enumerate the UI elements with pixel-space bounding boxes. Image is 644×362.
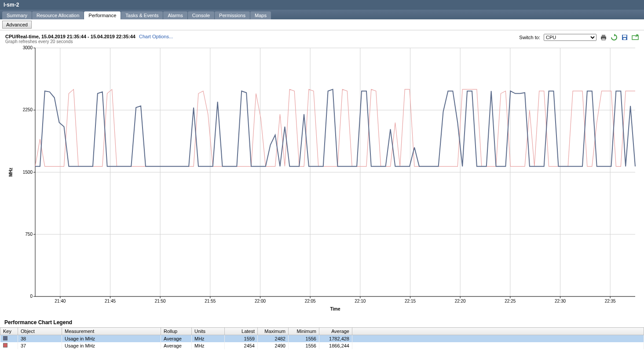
tab-permissions[interactable]: Permissions [215,11,250,19]
save-icon[interactable] [621,34,628,41]
svg-text:3000: 3000 [23,46,33,50]
svg-rect-5 [623,38,626,40]
legend-col-measurement[interactable]: Measurement [62,328,161,335]
svg-text:750: 750 [25,232,33,237]
svg-text:21:40: 21:40 [55,299,66,303]
tab-bar: SummaryResource AllocationPerformanceTas… [0,10,644,19]
svg-rect-4 [623,35,626,37]
tab-maps[interactable]: Maps [250,11,271,19]
svg-text:22:15: 22:15 [405,299,416,303]
legend-color-swatch [3,343,7,347]
chart-header: CPU/Real-time, 15.04.2019 21:35:44 - 15.… [0,30,644,46]
switch-label: Switch to: [519,35,540,40]
svg-text:22:05: 22:05 [305,299,316,303]
svg-text:22:10: 22:10 [355,299,366,303]
window-title: l-sm-2 [0,0,644,10]
tab-performance[interactable]: Performance [84,11,121,19]
print-icon[interactable] [600,34,607,41]
legend-col-key[interactable]: Key [0,328,18,335]
svg-rect-2 [602,38,605,40]
sub-toolbar: Advanced [0,19,644,30]
svg-text:21:50: 21:50 [155,299,166,303]
svg-text:Time: Time [330,307,340,311]
legend-row[interactable]: 38Usage in MHzAverageMHz1559248215561782… [0,335,644,343]
svg-text:MHz: MHz [8,168,13,177]
export-icon[interactable] [632,34,639,41]
tab-tasks-events[interactable]: Tasks & Events [121,11,163,19]
svg-text:22:35: 22:35 [605,299,616,303]
legend-row[interactable]: 37Usage in MHzAverageMHz2454249015561866… [0,342,644,349]
chart-subtitle: Graph refreshes every 20 seconds [5,39,173,44]
tab-summary[interactable]: Summary [2,11,32,19]
svg-text:22:30: 22:30 [555,299,566,303]
legend-col-rollup[interactable]: Rollup [161,328,192,335]
svg-rect-1 [602,35,605,37]
legend-col-object[interactable]: Object [18,328,62,335]
chart-svg: 075015002250300021:4021:4521:5021:5522:0… [4,46,640,314]
advanced-button[interactable]: Advanced [2,21,32,29]
legend-col-maximum[interactable]: Maximum [258,328,289,335]
tab-resource-allocation[interactable]: Resource Allocation [32,11,84,19]
chart-options-link[interactable]: Chart Options... [139,34,173,39]
tab-console[interactable]: Console [188,11,214,19]
legend-col-units[interactable]: Units [192,328,225,335]
chart-title: CPU/Real-time, 15.04.2019 21:35:44 - 15.… [5,34,135,39]
refresh-icon[interactable] [611,34,618,41]
legend-table: KeyObjectMeasurementRollupUnitsLatestMax… [0,327,644,349]
svg-text:0: 0 [30,294,33,299]
svg-text:22:20: 22:20 [455,299,466,303]
legend-section: Performance Chart Legend KeyObjectMeasur… [0,318,644,349]
svg-text:21:45: 21:45 [105,299,116,303]
svg-text:22:00: 22:00 [255,299,266,303]
svg-text:1500: 1500 [23,170,33,175]
chart-area: 075015002250300021:4021:4521:5021:5522:0… [4,46,640,314]
tab-alarms[interactable]: Alarms [163,11,187,19]
legend-col-average[interactable]: Average [319,328,352,335]
legend-col-minimum[interactable]: Minimum [289,328,319,335]
svg-rect-6 [632,36,638,40]
svg-text:22:25: 22:25 [505,299,516,303]
legend-color-swatch [3,336,7,340]
switch-select[interactable]: CPU [544,34,596,41]
svg-text:21:55: 21:55 [205,299,216,303]
legend-title: Performance Chart Legend [0,318,644,327]
svg-text:2250: 2250 [23,107,33,112]
legend-col-latest[interactable]: Latest [225,328,258,335]
